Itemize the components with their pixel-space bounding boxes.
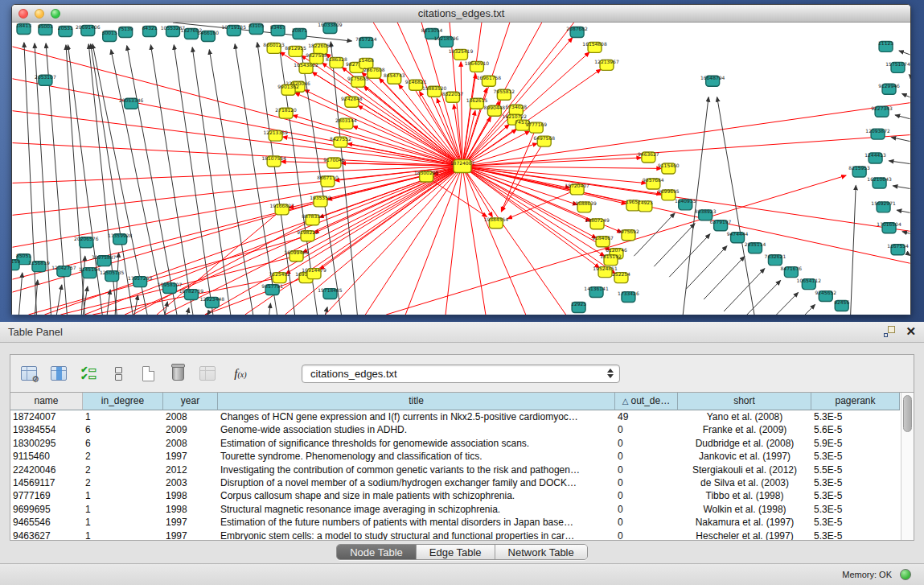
graph-node[interactable]: 84321 — [142, 25, 158, 36]
table-row[interactable]: 946362711997Embryonic stem cells: a mode… — [10, 529, 901, 540]
close-panel-icon[interactable]: ✕ — [906, 325, 916, 338]
cell-out_de[interactable]: 0 — [615, 450, 678, 463]
cell-title[interactable]: Changes of HCN gene expression and I(f) … — [218, 410, 615, 423]
memory-status-indicator[interactable] — [900, 569, 911, 580]
cell-in_degree[interactable]: 2 — [83, 463, 163, 476]
graph-node-selected[interactable]: 252254 — [612, 271, 630, 282]
graph-node[interactable]: 9857791 — [261, 283, 283, 295]
cell-out_de[interactable]: 49 — [615, 410, 678, 423]
cell-out_de[interactable]: 0 — [615, 503, 678, 516]
graph-node[interactable]: 8471676 — [781, 266, 803, 277]
graph-node-selected[interactable]: 16543862 — [294, 62, 318, 73]
cell-short[interactable]: Nakamura et al. (1997) — [678, 516, 811, 529]
cell-short[interactable]: Tibbo et al. (1998) — [678, 489, 811, 502]
graph-node[interactable]: 17359928 — [108, 233, 133, 244]
column-header-title[interactable]: title — [218, 393, 615, 410]
table-row[interactable]: 1872400712008Changes of HCN gene express… — [10, 410, 901, 423]
column-header-name[interactable]: name — [10, 393, 83, 410]
table-row[interactable]: 1830029562008Estimation of significance … — [10, 437, 901, 450]
graph-node[interactable]: 16210643 — [867, 176, 892, 187]
cell-name[interactable]: 9463627 — [10, 529, 83, 540]
delete-table-button[interactable] — [199, 365, 216, 382]
network-graph-canvas[interactable]: 1841395003205312069140650013751398432110… — [12, 23, 910, 315]
cell-out_de[interactable]: 0 — [615, 437, 678, 450]
cell-out_de[interactable]: 0 — [615, 476, 678, 489]
cell-name[interactable]: 9115460 — [10, 450, 83, 463]
cell-title[interactable]: Tourette syndrome. Phenomenology and cla… — [218, 450, 615, 463]
table-row[interactable]: 1456911722003Disruption of a novel membe… — [10, 476, 901, 489]
cell-year[interactable]: 2008 — [163, 410, 218, 423]
cell-out_de[interactable]: 0 — [615, 516, 678, 529]
graph-node[interactable]: 6466160 — [198, 30, 220, 41]
cell-in_degree[interactable]: 1 — [83, 516, 163, 529]
cell-title[interactable]: Embryonic stem cells: a model to study s… — [218, 529, 615, 540]
show-columns-button[interactable] — [50, 365, 68, 382]
cell-year[interactable]: 1997 — [163, 516, 218, 529]
cell-out_de[interactable]: 0 — [615, 463, 678, 476]
graph-node[interactable]: 6379197 — [710, 219, 732, 230]
cell-year[interactable]: 2003 — [163, 476, 218, 489]
graph-node-selected[interactable]: 9175685 — [347, 76, 369, 87]
cell-in_degree[interactable]: 1 — [83, 489, 163, 502]
graph-node[interactable]: 20871 — [292, 27, 307, 39]
graph-node[interactable]: 20691406 — [76, 24, 101, 35]
graph-node-selected[interactable]: 18107554 — [261, 155, 286, 167]
cell-name[interactable]: 18300295 — [10, 437, 83, 450]
graph-node-selected[interactable]: 10688639 — [572, 200, 597, 212]
cell-short[interactable]: Dudbridge et al. (2008) — [678, 437, 811, 450]
tab-node-table[interactable]: Node Table — [337, 545, 417, 559]
cell-short[interactable]: Yano et al. (2008) — [678, 410, 811, 423]
float-panel-icon[interactable] — [883, 325, 896, 338]
column-header-out_de[interactable]: △out_de… — [615, 393, 678, 410]
graph-node[interactable]: 93467 — [270, 24, 285, 35]
table-row[interactable]: 946554611997Estimation of the future num… — [10, 516, 901, 529]
graph-node[interactable]: 39159 — [12, 258, 20, 270]
graph-node[interactable]: 92456 — [834, 299, 849, 311]
cell-pagerank[interactable]: 5.3E-5 — [811, 476, 900, 489]
graph-node[interactable]: 11123 — [878, 40, 893, 51]
graph-node[interactable]: 75139 — [118, 26, 133, 37]
graph-node-selected[interactable]: 1815192 — [600, 253, 622, 265]
cell-out_de[interactable]: 0 — [615, 489, 678, 502]
table-row[interactable]: 1938455462009Genome-wide association stu… — [10, 423, 901, 436]
cell-title[interactable]: Corpus callosum shape and size in male p… — [218, 489, 615, 502]
graph-node[interactable]: 2935114 — [745, 241, 766, 253]
tab-network-table[interactable]: Network Table — [495, 545, 587, 559]
graph-node[interactable]: 50013 — [102, 30, 117, 41]
graph-node-selected[interactable]: 16099489 — [284, 249, 309, 261]
graph-node[interactable]: 9227343 — [871, 105, 893, 117]
graph-node[interactable]: 95003 — [38, 23, 53, 35]
graph-node[interactable]: 14136141 — [584, 286, 609, 297]
cell-in_degree[interactable]: 6 — [83, 423, 163, 436]
graph-node[interactable]: 1156819 — [28, 260, 50, 271]
column-header-year[interactable]: year — [163, 393, 218, 410]
table-vertical-scrollbar[interactable] — [901, 393, 914, 540]
cell-out_de[interactable]: 0 — [615, 423, 678, 436]
table-row[interactable]: 969969511998Structural magnetic resonanc… — [10, 503, 901, 516]
cell-title[interactable]: Investigating the contribution of common… — [218, 463, 615, 476]
graph-node-selected[interactable]: 9115460 — [658, 163, 680, 174]
table-row[interactable]: 2242004622012Investigating the contribut… — [10, 463, 901, 476]
cell-title[interactable]: Estimation of the future numbers of pati… — [218, 516, 615, 529]
graph-node[interactable]: 7857224 — [355, 36, 377, 47]
graph-node-selected[interactable]: 12213967 — [594, 59, 619, 70]
graph-node[interactable]: 17016504 — [877, 221, 901, 233]
cell-short[interactable]: Hescheler et al. (1997) — [678, 529, 811, 540]
graph-node-selected[interactable]: 9184067 — [592, 235, 614, 246]
delete-column-button[interactable] — [169, 365, 187, 382]
cell-out_de[interactable]: 0 — [615, 529, 678, 540]
cell-short[interactable]: Stergiakouli et al. (2012) — [678, 463, 811, 476]
graph-node-selected[interactable]: 8660123 — [263, 42, 285, 53]
graph-node-selected[interactable]: 6497568 — [533, 135, 555, 146]
graph-node[interactable]: 16648794 — [700, 75, 725, 86]
cell-title[interactable]: Genome-wide association studies in ADHD. — [218, 423, 615, 436]
graph-node[interactable]: 1733426 — [618, 290, 639, 302]
cell-short[interactable]: Franke et al. (2009) — [678, 423, 811, 436]
table-chooser-dropdown[interactable]: citations_edges.txt — [302, 365, 620, 383]
cell-name[interactable]: 9777169 — [10, 489, 83, 502]
graph-node[interactable]: 15692971 — [871, 200, 896, 212]
graph-node-selected[interactable]: 8322037 — [442, 91, 464, 102]
create-column-button[interactable] — [139, 365, 157, 382]
cell-pagerank[interactable]: 5.9E-5 — [811, 437, 900, 450]
graph-node-selected[interactable]: 14923 — [638, 200, 653, 211]
